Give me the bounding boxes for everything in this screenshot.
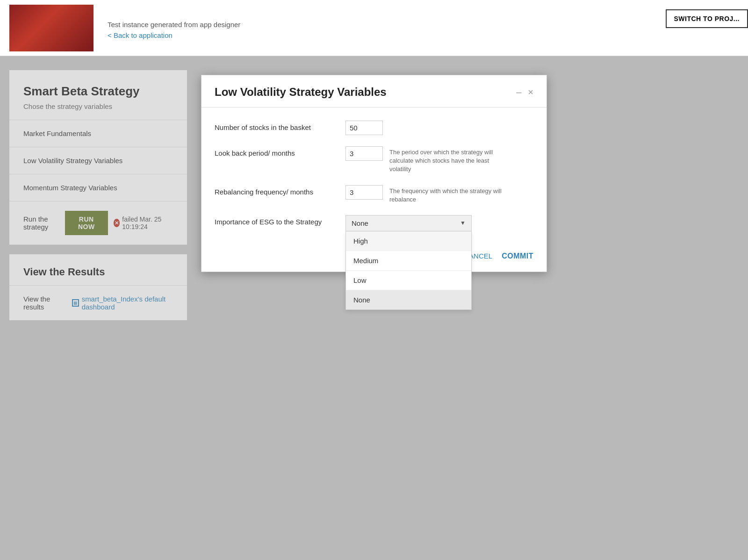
modal-close-button[interactable]: × bbox=[528, 87, 533, 97]
lookback-input[interactable] bbox=[345, 146, 383, 161]
form-row-rebalancing: Rebalancing frequency/ months The freque… bbox=[215, 185, 533, 204]
option-label-high: High bbox=[353, 237, 368, 245]
form-input-area-esg: None ▼ High Medium bbox=[345, 215, 533, 231]
header-title-row bbox=[108, 16, 739, 18]
modal-overlay: Low Volatility Strategy Variables – × Nu… bbox=[0, 56, 748, 560]
rebalancing-input[interactable] bbox=[345, 185, 383, 200]
modal-minimize-button[interactable]: – bbox=[516, 87, 521, 97]
form-label-stocks: Number of stocks in the basket bbox=[215, 121, 345, 131]
dropdown-option-high[interactable]: High bbox=[346, 231, 471, 251]
header-content: Test instance generated from app designe… bbox=[108, 16, 739, 40]
dropdown-list: High Medium Low None bbox=[345, 231, 472, 310]
dropdown-option-medium[interactable]: Medium bbox=[346, 251, 471, 271]
option-label-none: None bbox=[353, 296, 370, 304]
dropdown-selected-value: None bbox=[352, 219, 368, 227]
dropdown-option-none[interactable]: None bbox=[346, 290, 471, 309]
form-label-esg: Importance of ESG to the Strategy bbox=[215, 215, 345, 226]
app-logo bbox=[9, 5, 94, 51]
form-label-rebalancing: Rebalancing frequency/ months bbox=[215, 185, 345, 196]
dropdown-option-low[interactable]: Low bbox=[346, 271, 471, 290]
dropdown-selected[interactable]: None ▼ bbox=[345, 215, 472, 231]
form-input-area-stocks bbox=[345, 121, 533, 135]
commit-button[interactable]: COMMIT bbox=[502, 252, 533, 260]
modal-body: Number of stocks in the basket Look back… bbox=[201, 108, 547, 231]
esg-dropdown[interactable]: None ▼ High Medium bbox=[345, 215, 472, 231]
switch-to-project-button[interactable]: SWITCH TO PROJ... bbox=[666, 9, 748, 28]
back-to-application-link[interactable]: < Back to application bbox=[108, 31, 173, 39]
header: Test instance generated from app designe… bbox=[0, 0, 748, 56]
form-input-area-rebalancing: The frequency with which the strategy wi… bbox=[345, 185, 533, 204]
stocks-input[interactable] bbox=[345, 121, 383, 135]
option-label-medium: Medium bbox=[353, 257, 378, 265]
main-content: Smart Beta Strategy Chose the strategy v… bbox=[0, 56, 748, 560]
modal-title: Low Volatility Strategy Variables bbox=[215, 86, 387, 99]
rebalancing-hint: The frequency with which the strategy wi… bbox=[389, 185, 511, 204]
lookback-hint: The period over which the strategy will … bbox=[389, 146, 511, 174]
form-row-esg: Importance of ESG to the Strategy None ▼… bbox=[215, 215, 533, 231]
modal-header: Low Volatility Strategy Variables – × bbox=[201, 75, 547, 108]
form-row-stocks: Number of stocks in the basket bbox=[215, 121, 533, 135]
option-label-low: Low bbox=[353, 276, 367, 284]
modal-dialog: Low Volatility Strategy Variables – × Nu… bbox=[201, 75, 547, 272]
chevron-down-icon: ▼ bbox=[460, 220, 466, 226]
modal-controls: – × bbox=[516, 87, 533, 97]
form-label-lookback: Look back period/ months bbox=[215, 146, 345, 157]
form-row-lookback: Look back period/ months The period over… bbox=[215, 146, 533, 174]
header-subtitle: Test instance generated from app designe… bbox=[108, 21, 739, 29]
form-input-area-lookback: The period over which the strategy will … bbox=[345, 146, 533, 174]
